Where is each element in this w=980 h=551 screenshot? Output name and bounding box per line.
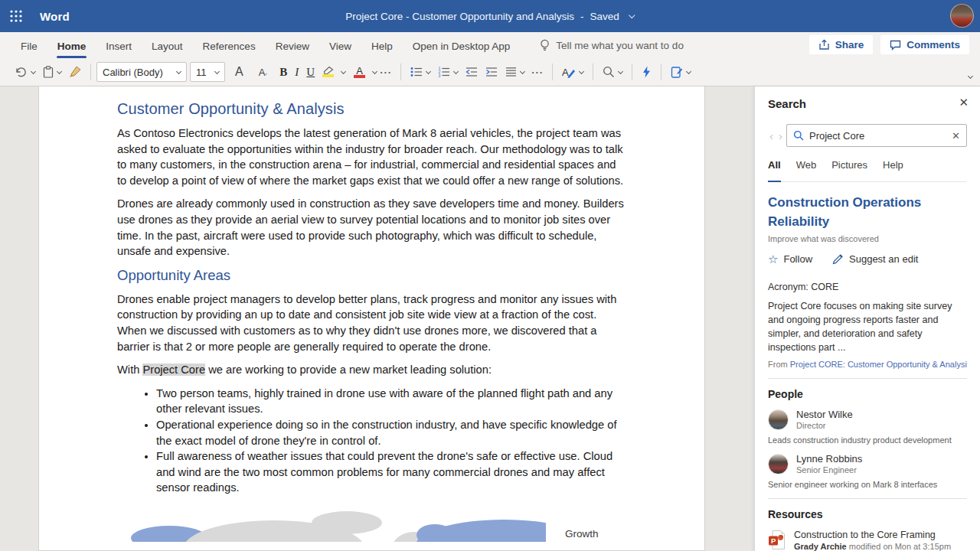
document-title-menu[interactable]: Project Core - Customer Opportunity and … [345, 11, 634, 22]
tab-insert[interactable]: Insert [96, 34, 142, 57]
font-color-button[interactable]: A [350, 64, 369, 81]
svg-text:3: 3 [439, 73, 441, 77]
lightbulb-icon [540, 39, 550, 51]
title-separator: - [580, 11, 584, 22]
paste-button[interactable] [39, 63, 65, 81]
person-card[interactable]: Nestor Wilke Director [768, 409, 967, 430]
grow-font-icon: A [235, 65, 243, 79]
search-highlight: Project Core [142, 364, 205, 376]
undo-icon [15, 67, 28, 78]
doc-paragraph: Drones enable project managers to develo… [117, 292, 624, 354]
search-result-tabs: All Web Pictures Help [768, 159, 967, 182]
tab-help[interactable]: Help [361, 34, 403, 57]
tab-references[interactable]: References [193, 34, 266, 57]
resource-author: Grady Archie [794, 542, 847, 551]
shrink-font-button[interactable]: A ˆ [255, 64, 272, 81]
doc-paragraph: As Contoso Electronics develops the late… [117, 126, 624, 188]
result-title[interactable]: Construction Operations Reliability [768, 193, 929, 231]
source-link[interactable]: Project CORE: Customer Opportunity & Ana… [790, 360, 967, 369]
tab-home[interactable]: Home [47, 34, 96, 57]
undo-button[interactable] [11, 64, 39, 81]
search-input[interactable] [809, 130, 946, 142]
format-painter-button[interactable] [65, 63, 85, 81]
waffle-grid-icon [10, 10, 22, 22]
designer-button[interactable] [638, 63, 655, 81]
share-button[interactable]: Share [809, 35, 874, 54]
tab-file[interactable]: File [11, 34, 47, 57]
more-font-options-button[interactable] [377, 67, 395, 78]
toolbar-divider [661, 64, 662, 80]
close-icon[interactable]: ✕ [959, 96, 969, 109]
clear-search-icon[interactable]: ✕ [952, 130, 960, 142]
toolbar-divider [632, 64, 632, 80]
tell-me-label: Tell me what you want to do [556, 40, 684, 51]
font-name-value: Calibri (Body) [103, 67, 163, 78]
chevron-down-icon [341, 68, 346, 73]
suggest-edit-button[interactable]: Suggest an edit [832, 253, 918, 265]
person-card[interactable]: Lynne Robbins Senior Engineer [768, 453, 967, 474]
grow-font-button[interactable]: A ˆ [231, 62, 247, 82]
editor-icon [671, 66, 683, 78]
share-label: Share [835, 39, 864, 51]
collapse-ribbon-button[interactable] [965, 67, 972, 81]
tell-me-box[interactable]: Tell me what you want to do [540, 39, 684, 51]
tab-view[interactable]: View [319, 34, 361, 57]
search-icon [793, 130, 804, 141]
chevron-down-icon [629, 11, 635, 18]
chevron-down-icon [686, 68, 691, 73]
app-launcher-button[interactable] [0, 0, 32, 32]
font-name-select[interactable]: Calibri (Body) [96, 62, 187, 82]
person-name: Nestor Wilke [796, 409, 853, 420]
tab-web[interactable]: Web [796, 159, 817, 175]
ribbon-toolbar: Calibri (Body) 11 A ˆ A ˆ B I U A [0, 58, 980, 86]
person-description: Leads construction industry product deve… [768, 435, 967, 445]
italic-button[interactable]: I [291, 63, 302, 82]
find-button[interactable] [599, 63, 626, 81]
numbered-list-button[interactable]: 123 [434, 64, 462, 80]
tab-pictures[interactable]: Pictures [831, 159, 867, 175]
doc-bullet: Two person teams, highly trained in dron… [156, 386, 624, 417]
result-source: From Project CORE: Customer Opportunity … [768, 360, 967, 369]
toolbar-divider [593, 64, 593, 80]
tab-review[interactable]: Review [266, 34, 319, 57]
person-role: Senior Engineer [796, 465, 862, 474]
doc-text: With [117, 364, 142, 376]
back-chevron-icon[interactable]: ‹ [768, 129, 775, 142]
font-size-select[interactable]: 11 [190, 62, 225, 82]
highlight-button[interactable] [318, 64, 338, 80]
caret-down-icon: ˆ [265, 68, 267, 76]
numbered-list-icon: 123 [438, 67, 450, 77]
result-description: Project Core focuses on making site surv… [768, 299, 967, 354]
doc-paragraph: With Project Core we are working to prov… [117, 362, 624, 378]
more-paragraph-options-button[interactable] [528, 67, 547, 78]
italic-icon: I [295, 66, 299, 79]
share-icon [818, 39, 830, 51]
underline-button[interactable]: U [302, 63, 318, 82]
svg-text:A: A [562, 67, 569, 78]
tab-help[interactable]: Help [883, 159, 903, 175]
align-button[interactable] [501, 64, 528, 80]
toolbar-divider [90, 64, 91, 80]
document-page[interactable]: Customer Opportunity & Analysis As Conto… [38, 86, 705, 551]
toolbar-divider [400, 64, 401, 80]
comments-label: Comments [906, 39, 960, 51]
tab-layout[interactable]: Layout [142, 34, 193, 57]
main-area: Customer Opportunity & Analysis As Conto… [0, 86, 980, 551]
tab-open-in-desktop-app[interactable]: Open in Desktop App [403, 34, 521, 57]
bullet-list-button[interactable] [407, 64, 434, 80]
resource-card[interactable]: P Construction to the Core Framing Grady… [768, 530, 967, 551]
forward-chevron-icon[interactable]: › [777, 129, 784, 142]
styles-button[interactable]: A [558, 64, 587, 81]
chevron-down-icon [214, 68, 220, 73]
comments-button[interactable]: Comments [880, 35, 969, 54]
search-box[interactable]: ✕ [786, 124, 967, 147]
increase-indent-button[interactable] [482, 64, 501, 80]
decrease-indent-button[interactable] [462, 64, 482, 80]
clipboard-icon [43, 66, 54, 78]
follow-button[interactable]: ☆ Follow [768, 253, 812, 265]
editor-button[interactable] [667, 63, 694, 81]
tab-all[interactable]: All [768, 159, 781, 175]
account-avatar[interactable] [950, 4, 974, 28]
bold-button[interactable]: B [276, 63, 291, 82]
search-controls: ‹ › ✕ [768, 124, 967, 147]
